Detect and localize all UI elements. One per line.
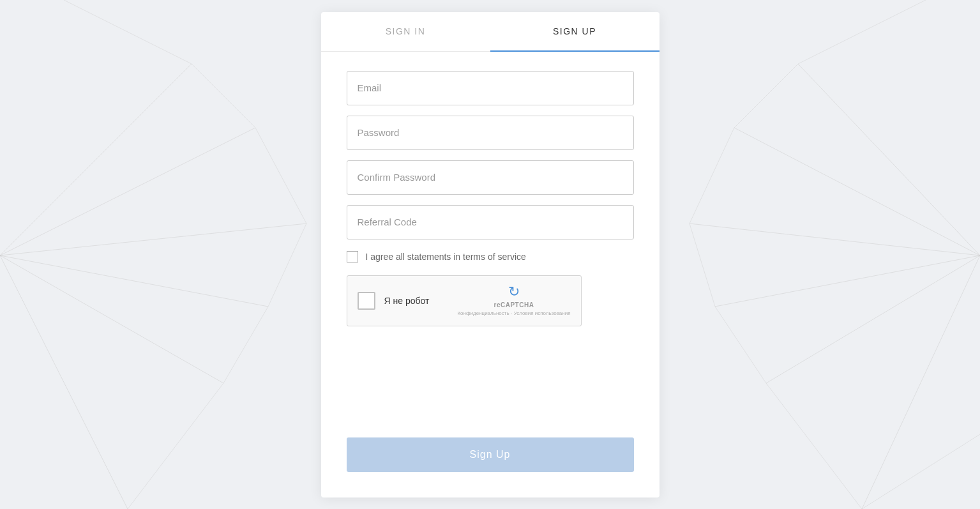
recaptcha-links: Конфиденциальность - Условия использован… <box>457 310 570 317</box>
auth-tabs: SIGN IN SIGN UP <box>321 12 660 52</box>
form-spacer <box>347 337 634 422</box>
recaptcha-branding: ↻ reCAPTCHA Конфиденциальность - Условия… <box>457 284 570 317</box>
tab-signup[interactable]: SIGN UP <box>490 12 660 52</box>
confirm-password-field[interactable] <box>347 160 634 195</box>
recaptcha-brand-label: reCAPTCHA <box>494 301 534 308</box>
recaptcha-widget[interactable]: Я не робот ↻ reCAPTCHA Конфиденциальност… <box>347 275 582 326</box>
recaptcha-label: Я не робот <box>384 296 449 306</box>
signup-form: I agree all statements in terms of servi… <box>321 52 660 498</box>
terms-row: I agree all statements in terms of servi… <box>347 251 634 262</box>
referral-code-field[interactable] <box>347 205 634 239</box>
password-field[interactable] <box>347 116 634 150</box>
terms-checkbox[interactable] <box>347 251 358 262</box>
tab-signin[interactable]: SIGN IN <box>321 12 490 52</box>
email-field[interactable] <box>347 71 634 105</box>
terms-label[interactable]: I agree all statements in terms of servi… <box>366 252 526 262</box>
auth-card: SIGN IN SIGN UP I agree all statements i… <box>321 12 660 498</box>
signup-button[interactable]: Sign Up <box>347 437 634 472</box>
recaptcha-icon: ↻ <box>508 284 520 300</box>
recaptcha-checkbox[interactable] <box>358 292 375 310</box>
